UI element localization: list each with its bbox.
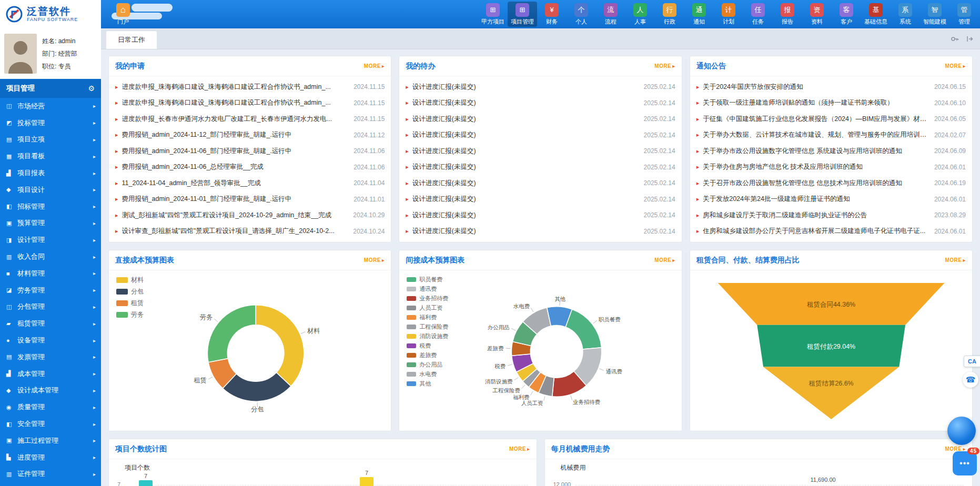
list-item[interactable]: ▸关于举办市政公用设施数字化管理信息 系统建设与应用培训班的通知2024.06.… bbox=[696, 143, 966, 159]
legend-item[interactable]: 福利费 bbox=[407, 313, 448, 321]
top-nav-item-9[interactable]: 任任务 bbox=[743, 2, 773, 27]
list-item[interactable]: ▸住房和城乡建设部办公厅关于同意吉林省开展二级建造师电子化证书电子证...202… bbox=[696, 224, 966, 240]
top-nav-item-15[interactable]: 智智能建模 bbox=[920, 2, 949, 27]
top-nav-item-5[interactable]: 人人事 bbox=[625, 2, 655, 27]
list-item[interactable]: ▸房和城乡建设厅关于取消二级建造师临时执业证书的公告2023.08.29 bbox=[696, 207, 966, 224]
more-link[interactable]: MORE ▸ bbox=[945, 257, 966, 263]
sidebar-item-17[interactable]: ◆设计成本管理▸ bbox=[0, 382, 101, 399]
list-item[interactable]: ▸设计进度汇报(未提交)2025.02.14 bbox=[406, 224, 675, 240]
top-nav-item-0[interactable]: ⊞甲方项目 bbox=[478, 2, 508, 27]
list-item[interactable]: ▸11_2024-11-04_admin_经营部_领导审批__完成2024.11… bbox=[115, 175, 385, 191]
sidebar-item-19[interactable]: ◧安全管理▸ bbox=[0, 416, 101, 432]
sidebar-item-10[interactable]: ■材料管理▸ bbox=[0, 265, 101, 282]
sidebar-item-7[interactable]: ▣预算管理▸ bbox=[0, 215, 101, 232]
sidebar-item-2[interactable]: ▤项目立项▸ bbox=[0, 131, 101, 148]
legend-item[interactable]: 税费 bbox=[407, 342, 448, 350]
list-item[interactable]: ▸设计进度汇报(未提交)2025.02.14 bbox=[406, 191, 675, 208]
more-link[interactable]: MORE ▸ bbox=[654, 63, 675, 69]
legend-item[interactable]: 工程保险费 bbox=[407, 323, 448, 331]
top-nav-item-8[interactable]: 计计划 bbox=[714, 2, 743, 27]
list-item[interactable]: ▸关于举办大数据、云计算技术在城市建设、规划、管理与服务中的应用培训班...20… bbox=[696, 127, 966, 144]
more-link[interactable]: MORE ▸ bbox=[364, 257, 385, 263]
top-nav-item-16[interactable]: 管管理 bbox=[949, 2, 979, 27]
sidebar-item-9[interactable]: ▥收入合同▸ bbox=[0, 248, 101, 265]
sidebar-item-15[interactable]: ▤发票管理▸ bbox=[0, 349, 101, 366]
list-item[interactable]: ▸费用报销_admin_2024-11-06_总经理审批__完成2024.11.… bbox=[115, 159, 385, 176]
key-icon[interactable] bbox=[951, 35, 959, 43]
list-item[interactable]: ▸进度款申报_珠海鹤港口建设_珠海鹤港口建设工程合作协议书_admin_...2… bbox=[115, 95, 385, 112]
sidebar-item-16[interactable]: ▟成本管理▸ bbox=[0, 366, 101, 382]
top-nav-item-4[interactable]: 流流程 bbox=[596, 2, 625, 27]
list-item[interactable]: ▸关于领取一级注册建造师培训贴的通知（须持一建证书前来领取）2024.06.10 bbox=[696, 95, 966, 112]
legend-item[interactable]: 通讯费 bbox=[407, 285, 448, 293]
sidebar-item-4[interactable]: ▟项目报表▸ bbox=[0, 165, 101, 181]
top-nav-item-7[interactable]: 通通知 bbox=[684, 2, 714, 27]
top-nav-item-1[interactable]: ⊞项目管理 bbox=[508, 2, 537, 27]
list-item[interactable]: ▸测试_彭祖新城"四馆"景观工程设计项目_2024-10-29_admin_结束… bbox=[115, 207, 385, 224]
sidebar-item-6[interactable]: ◧招标管理▸ bbox=[0, 198, 101, 215]
sidebar-item-22[interactable]: ▥证件管理▸ bbox=[0, 466, 101, 483]
legend-item[interactable]: 消防设施费 bbox=[407, 332, 448, 340]
sidebar-item-13[interactable]: ▰租赁管理▸ bbox=[0, 315, 101, 332]
list-item[interactable]: ▸设计进度汇报(未提交)2025.02.14 bbox=[406, 79, 675, 95]
legend-item[interactable]: 水电费 bbox=[407, 370, 448, 378]
list-item[interactable]: ▸设计进度汇报(未提交)2025.02.14 bbox=[406, 175, 675, 191]
more-link[interactable]: MORE ▸ bbox=[945, 63, 966, 69]
sidebar-item-12[interactable]: ◫分包管理▸ bbox=[0, 299, 101, 316]
sidebar-item-20[interactable]: ▣施工过程管理▸ bbox=[0, 432, 101, 449]
list-item[interactable]: ▸费用报销_admin_2024-11-06_部门经理审批_胡建_.运行中202… bbox=[115, 143, 385, 159]
list-item[interactable]: ▸设计进度汇报(未提交)2025.02.14 bbox=[406, 111, 675, 127]
sidebar-item-18[interactable]: ◉质量管理▸ bbox=[0, 399, 101, 416]
floating-assistant-button[interactable] bbox=[947, 417, 976, 445]
phone-icon[interactable]: ☎ bbox=[963, 372, 978, 388]
floating-ca-button[interactable]: CA bbox=[964, 356, 980, 367]
sidebar-item-11[interactable]: ◪劳务管理▸ bbox=[0, 282, 101, 299]
sidebar-item-8[interactable]: ◨设计管理▸ bbox=[0, 231, 101, 248]
legend-item[interactable]: 人员工资 bbox=[407, 304, 448, 312]
top-nav-item-2[interactable]: ¥财务 bbox=[537, 2, 567, 27]
more-link[interactable]: MORE ▸ bbox=[509, 446, 530, 452]
list-item[interactable]: ▸设计进度汇报(未提交)2025.02.14 bbox=[406, 207, 675, 224]
list-item[interactable]: ▸关于发放2024年第24批一级建造师注册证书的通知2024.06.01 bbox=[696, 191, 966, 208]
list-item[interactable]: ▸进度款申报_珠海鹤港口建设_珠海鹤港口建设工程合作协议书_admin_...2… bbox=[115, 79, 385, 95]
floating-chat-button[interactable]: ••• 45 bbox=[953, 451, 977, 475]
collapse-icon[interactable] bbox=[965, 35, 974, 43]
top-nav-item-13[interactable]: 基基础信息 bbox=[861, 2, 891, 27]
list-item[interactable]: ▸费用报销_admin_2024-11-01_部门经理审批_胡建_.运行中202… bbox=[115, 191, 385, 208]
top-nav-item-portal[interactable]: ⌂ 门户 bbox=[108, 2, 138, 27]
legend-item[interactable]: 职员餐费 bbox=[407, 276, 448, 284]
list-item[interactable]: ▸设计进度汇报(未提交)2025.02.14 bbox=[406, 159, 675, 176]
sidebar-item-3[interactable]: ▦项目看板▸ bbox=[0, 148, 101, 165]
legend-item[interactable]: 差旅费 bbox=[407, 351, 448, 359]
list-item[interactable]: ▸关于召开市政公用设施智慧化管理信息 信息技术与应用培训班的通知2024.06.… bbox=[696, 175, 966, 191]
sidebar-item-5[interactable]: ◆项目设计▸ bbox=[0, 181, 101, 198]
list-item[interactable]: ▸关于举办住房与房地产信息化 技术及应用培训班的通知2024.06.01 bbox=[696, 159, 966, 176]
list-item[interactable]: ▸设计进度汇报(未提交)2025.02.14 bbox=[406, 95, 675, 112]
list-item[interactable]: ▸进度款申报_长春市伊通河水力发电厂改建工程_长春市伊通河水力发电...2024… bbox=[115, 111, 385, 127]
tab-daily-work[interactable]: 日常工作 bbox=[106, 31, 157, 49]
legend-item[interactable]: 劳务 bbox=[116, 310, 144, 319]
more-link[interactable]: MORE ▸ bbox=[654, 257, 675, 263]
list-item[interactable]: ▸设计进度汇报(未提交)2025.02.14 bbox=[406, 127, 675, 144]
sidebar-item-14[interactable]: ●设备管理▸ bbox=[0, 332, 101, 349]
more-link[interactable]: MORE ▸ bbox=[364, 63, 385, 69]
legend-item[interactable]: 业务招待费 bbox=[407, 295, 448, 302]
avatar[interactable] bbox=[4, 34, 37, 74]
top-nav-item-12[interactable]: 客客户 bbox=[832, 2, 861, 27]
legend-item[interactable]: 办公用品 bbox=[407, 361, 448, 369]
list-item[interactable]: ▸于征集《中国建筑施工行业信息化发展报告（2024）—BIM应用与发展》材料..… bbox=[696, 111, 966, 127]
legend-item[interactable]: 其他 bbox=[407, 380, 448, 388]
top-nav-item-3[interactable]: 个个人 bbox=[567, 2, 596, 27]
top-nav-item-14[interactable]: 系系统 bbox=[891, 2, 920, 27]
top-nav-item-11[interactable]: 资资料 bbox=[802, 2, 832, 27]
top-nav-item-6[interactable]: 行行政 bbox=[655, 2, 684, 27]
legend-item[interactable]: 材料 bbox=[116, 276, 144, 285]
top-nav-item-10[interactable]: 报报告 bbox=[773, 2, 802, 27]
legend-item[interactable]: 分包 bbox=[116, 287, 144, 296]
gear-icon[interactable]: ⚙ bbox=[88, 84, 95, 93]
list-item[interactable]: ▸关于2024年国庆节放假安排的通知2024.06.15 bbox=[696, 79, 966, 95]
sidebar-item-1[interactable]: ◩投标管理▸ bbox=[0, 115, 101, 131]
legend-item[interactable]: 租赁 bbox=[116, 299, 144, 308]
sidebar-item-0[interactable]: ◫市场经营▸ bbox=[0, 98, 101, 115]
list-item[interactable]: ▸设计进度汇报(未提交)2025.02.14 bbox=[406, 143, 675, 159]
